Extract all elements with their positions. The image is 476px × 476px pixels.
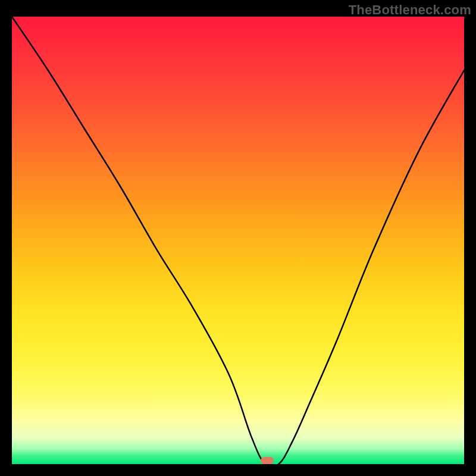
chart-frame: TheBottleneck.com — [0, 0, 476, 476]
watermark-text: TheBottleneck.com — [349, 2, 471, 18]
bottleneck-curve — [12, 17, 464, 464]
minimum-marker — [261, 457, 274, 464]
plot-area — [12, 17, 464, 464]
